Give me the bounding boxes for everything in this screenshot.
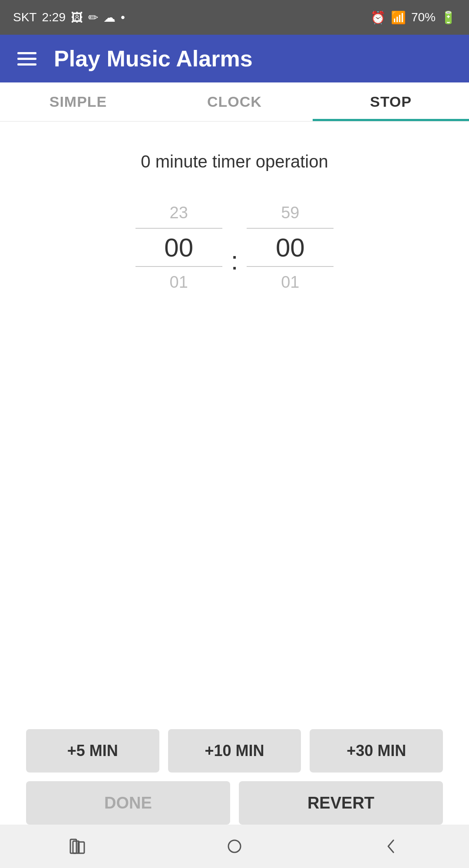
status-left: SKT 2:29 🖼 ✏ ☁ • xyxy=(13,10,125,25)
time-text: 2:29 xyxy=(42,10,66,24)
tab-simple[interactable]: SIMPLE xyxy=(0,82,156,121)
alarm-icon: ⏰ xyxy=(370,10,386,25)
dot-indicator: • xyxy=(121,10,125,24)
minutes-above: 59 xyxy=(281,197,299,228)
carrier-text: SKT xyxy=(13,10,36,24)
navigation-bar xyxy=(0,825,469,868)
revert-button[interactable]: REVERT xyxy=(239,781,443,825)
hours-above: 23 xyxy=(170,197,188,228)
tab-stop[interactable]: STOP xyxy=(313,82,469,121)
hamburger-menu-button[interactable] xyxy=(17,52,36,66)
timer-description: 0 minute timer operation xyxy=(0,152,469,171)
hours-column[interactable]: 23 00 01 xyxy=(135,197,222,297)
quick-buttons-row: +5 MIN +10 MIN +30 MIN xyxy=(26,729,443,773)
battery-icon: 🔋 xyxy=(441,10,456,25)
action-buttons-row: DONE REVERT xyxy=(26,781,443,825)
plus30-button[interactable]: +30 MIN xyxy=(310,729,443,773)
time-picker: 23 00 01 : 59 00 01 xyxy=(0,197,469,297)
home-nav-button[interactable] xyxy=(217,829,252,864)
battery-text: 70% xyxy=(411,10,436,24)
time-separator: : xyxy=(231,246,238,280)
app-title: Play Music Alarms xyxy=(54,46,253,72)
hours-current: 00 xyxy=(135,228,222,267)
status-right: ⏰ 📶 70% 🔋 xyxy=(370,10,456,25)
status-bar: SKT 2:29 🖼 ✏ ☁ • ⏰ 📶 70% 🔋 xyxy=(0,0,469,35)
plus10-button[interactable]: +10 MIN xyxy=(168,729,301,773)
app-header: Play Music Alarms xyxy=(0,35,469,82)
main-content: 0 minute timer operation 23 00 01 : 59 0… xyxy=(0,122,469,323)
svg-rect-3 xyxy=(228,840,241,852)
plus5-button[interactable]: +5 MIN xyxy=(26,729,159,773)
cloud-icon: ☁ xyxy=(103,10,116,25)
page-body: 0 minute timer operation 23 00 01 : 59 0… xyxy=(0,122,469,868)
edit-icon: ✏ xyxy=(88,10,98,25)
done-button[interactable]: DONE xyxy=(26,781,230,825)
minutes-column[interactable]: 59 00 01 xyxy=(247,197,334,297)
bottom-buttons-area: +5 MIN +10 MIN +30 MIN DONE REVERT xyxy=(0,729,469,825)
hours-below: 01 xyxy=(170,267,188,297)
tabs-container: SIMPLE CLOCK STOP xyxy=(0,82,469,122)
wifi-icon: 📶 xyxy=(391,10,406,25)
minutes-below: 01 xyxy=(281,267,299,297)
tab-clock[interactable]: CLOCK xyxy=(156,82,313,121)
gallery-icon: 🖼 xyxy=(71,10,83,25)
back-nav-button[interactable] xyxy=(373,829,408,864)
minutes-current: 00 xyxy=(247,228,334,267)
recents-nav-button[interactable] xyxy=(61,829,96,864)
